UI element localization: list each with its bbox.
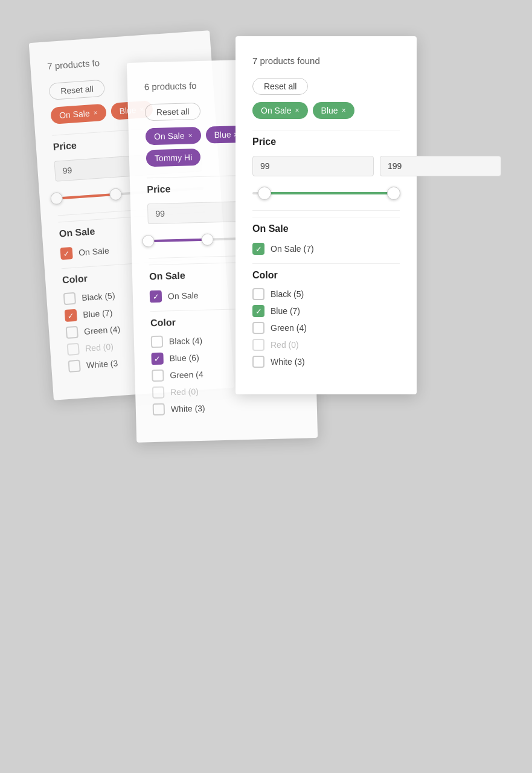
back-cb-green[interactable]: [66, 326, 79, 339]
mid-cb-blue-checkmark: ✓: [154, 354, 161, 362]
front-cb-red[interactable]: [252, 339, 264, 351]
front-cb-blue-checkmark: ✓: [255, 307, 262, 315]
front-color-red-label: Red (0): [271, 340, 299, 350]
front-color-section: Color Black (5) ✓ Blue (7) Green (4) Red…: [252, 263, 400, 368]
front-filter-tags: On Sale × Blue ×: [252, 102, 400, 119]
front-tag-blue[interactable]: Blue ×: [313, 102, 354, 119]
front-cb-green[interactable]: [252, 322, 264, 334]
front-price-slider[interactable]: [252, 185, 400, 202]
mid-tag-tommy[interactable]: Tommy Hi: [146, 149, 201, 167]
back-color-red-label: Red (0): [85, 342, 114, 353]
front-price-title: Price: [252, 130, 400, 147]
mid-color-white[interactable]: White (3): [153, 400, 300, 415]
front-cb-black[interactable]: [252, 288, 264, 300]
front-color-title: Color: [252, 270, 400, 281]
front-color-blue-label: Blue (7): [271, 306, 300, 316]
front-onsale-title: On Sale: [252, 217, 400, 234]
back-cb-blue-checkmark: ✓: [67, 312, 74, 320]
back-color-white-label: White (3: [86, 358, 118, 370]
back-color-blue-label: Blue (7): [83, 308, 113, 319]
front-reset-btn[interactable]: Reset all: [252, 78, 308, 95]
front-color-blue[interactable]: ✓ Blue (7): [252, 305, 400, 317]
mid-onsale-checkbox[interactable]: ✓: [150, 290, 162, 303]
mid-cb-green[interactable]: [152, 370, 164, 382]
back-onsale-checkbox[interactable]: ✓: [60, 247, 72, 260]
front-cb-blue[interactable]: ✓: [252, 305, 264, 317]
front-onsale-checkmark: ✓: [255, 245, 262, 253]
front-color-green-label: Green (4): [271, 323, 307, 333]
front-product-count: 7 products found: [252, 56, 400, 66]
front-onsale-checkbox[interactable]: ✓: [252, 243, 264, 255]
mid-cb-black[interactable]: [151, 336, 164, 348]
mid-color-black-label: Black (4): [169, 336, 203, 346]
mid-cb-red[interactable]: [152, 386, 165, 399]
back-onsale-label: On Sale: [79, 246, 110, 257]
mid-cb-white[interactable]: [153, 403, 165, 416]
back-onsale-checkmark: ✓: [63, 249, 70, 258]
back-tag-onsale[interactable]: On Sale ×: [50, 104, 106, 124]
mid-color-blue-label: Blue (6): [169, 353, 199, 363]
front-color-red[interactable]: Red (0): [252, 339, 400, 351]
back-cb-red[interactable]: [67, 343, 80, 356]
front-price-max-input[interactable]: [380, 156, 501, 176]
mid-tag-onsale[interactable]: On Sale ×: [146, 127, 201, 145]
front-cb-white[interactable]: [252, 356, 264, 368]
back-reset-btn[interactable]: Reset all: [48, 80, 105, 100]
back-cb-blue[interactable]: ✓: [65, 309, 77, 322]
front-card: 7 products found Reset all On Sale × Blu…: [236, 36, 417, 394]
front-color-black[interactable]: Black (5): [252, 288, 400, 300]
front-color-green[interactable]: Green (4): [252, 322, 400, 334]
mid-color-green-label: Green (4: [170, 370, 204, 380]
front-color-black-label: Black (5): [271, 289, 304, 299]
front-onsale-checkbox-row[interactable]: ✓ On Sale (7): [252, 243, 400, 255]
front-color-white-label: White (3): [271, 357, 305, 367]
back-cb-white[interactable]: [68, 360, 81, 373]
mid-onsale-label: On Sale: [168, 290, 199, 301]
back-cb-black[interactable]: [63, 292, 76, 305]
back-color-green-label: Green (4): [84, 324, 121, 336]
front-onsale-section: On Sale ✓ On Sale (7): [252, 210, 400, 255]
mid-cb-blue[interactable]: ✓: [151, 353, 164, 365]
front-price-min-input[interactable]: [252, 156, 374, 176]
front-onsale-label: On Sale (7): [271, 244, 314, 254]
front-tag-onsale[interactable]: On Sale ×: [252, 102, 308, 119]
mid-color-white-label: White (3): [171, 403, 205, 414]
front-price-inputs: [252, 156, 400, 176]
back-color-black-label: Black (5): [82, 290, 115, 303]
mid-reset-btn[interactable]: Reset all: [145, 103, 201, 121]
mid-onsale-checkmark: ✓: [152, 292, 159, 300]
front-color-white[interactable]: White (3): [252, 356, 400, 368]
mid-color-red-label: Red (0): [170, 386, 199, 397]
